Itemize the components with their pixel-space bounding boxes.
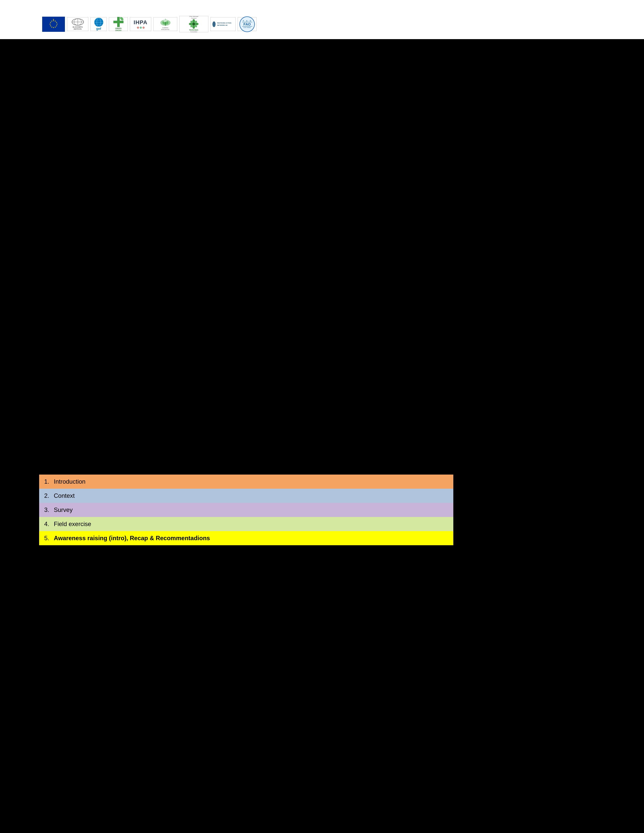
menu-item-1[interactable]: 1. Introduction bbox=[39, 474, 453, 489]
pan-leaf-icon bbox=[212, 19, 216, 29]
ihpa-logo: IHPA ✿ ✿ ✿ bbox=[130, 17, 151, 31]
gef-globe bbox=[94, 18, 103, 27]
menu-label-2: Context bbox=[54, 492, 75, 499]
main-black-area bbox=[0, 39, 644, 708]
menu-number-1: 1. bbox=[44, 478, 52, 485]
rotterdam-logo: Prior InformedConsent Rotterdam Conventi… bbox=[179, 16, 208, 32]
page-content: BLACKSMITH INSTITUTE gef bbox=[0, 0, 644, 833]
gef-logo: gef bbox=[90, 17, 107, 31]
greencross-icon bbox=[113, 17, 124, 27]
menu-number-3: 3. bbox=[44, 507, 52, 513]
menu-item-5[interactable]: 5. Awareness raising (intro), Recap & Re… bbox=[39, 531, 453, 545]
menu-number-2: 2. bbox=[44, 492, 52, 499]
fao-logo: F · A · O FAO FIAT PANIS bbox=[238, 17, 257, 31]
menu-label-1: Introduction bbox=[54, 478, 85, 485]
kompas-text: KOMPASINTEGRITAS bbox=[161, 27, 169, 30]
greencross-logo: GREENCROSS bbox=[109, 17, 128, 31]
menu-item-3[interactable]: 3. Survey bbox=[39, 503, 453, 517]
greencross-text: GREENCROSS bbox=[115, 27, 121, 31]
eu-logo bbox=[42, 17, 65, 32]
menu-label-5: Awareness raising (intro), Recap & Recom… bbox=[54, 535, 210, 542]
fao-sub-text: FIAT PANIS bbox=[243, 27, 251, 29]
menu-item-4[interactable]: 4. Field exercise bbox=[39, 517, 453, 531]
eu-flag-svg bbox=[45, 18, 63, 30]
pan-text: PESTICIDE ACTION NETWORK UK bbox=[217, 22, 234, 26]
rotterdam-toptext: Prior InformedConsent bbox=[189, 16, 198, 19]
pan-logo: PESTICIDE ACTION NETWORK UK bbox=[210, 17, 236, 31]
blacksmith-logo: BLACKSMITH INSTITUTE bbox=[67, 17, 89, 31]
header-logos-bar: BLACKSMITH INSTITUTE gef bbox=[39, 14, 259, 34]
svg-point-24 bbox=[119, 17, 123, 21]
rotterdam-bottomtext: Rotterdam bbox=[189, 29, 198, 31]
menu-number-5: 5. bbox=[44, 535, 52, 542]
menu-label-4: Field exercise bbox=[54, 521, 91, 527]
fao-main-text: FAO bbox=[243, 23, 251, 26]
fao-top-text: F · A · O bbox=[243, 20, 251, 22]
kompas-logo: KOMPASINTEGRITAS bbox=[153, 17, 177, 31]
ihpa-text: IHPA bbox=[134, 19, 148, 26]
menu-item-2[interactable]: 2. Context bbox=[39, 489, 453, 503]
menu-section: 1. Introduction 2. Context 3. Survey 4. … bbox=[39, 474, 453, 545]
rotterdam-icon bbox=[187, 19, 201, 29]
kompas-icon bbox=[159, 18, 172, 26]
menu-label-3: Survey bbox=[54, 507, 73, 513]
blacksmith-text: BLACKSMITH INSTITUTE bbox=[69, 26, 87, 30]
rotterdam-convention: Convention bbox=[190, 31, 198, 32]
menu-number-4: 4. bbox=[44, 521, 52, 527]
gef-text: gef bbox=[96, 27, 101, 31]
